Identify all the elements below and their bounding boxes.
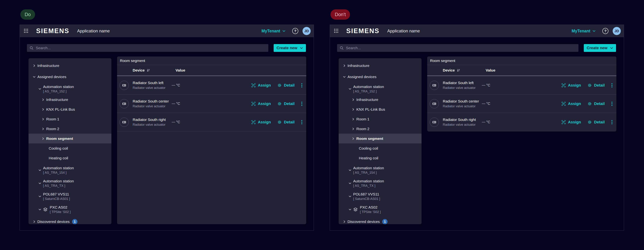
tree-item-knx-pl-link-bus[interactable]: KNX PL-Link Bus <box>28 104 112 114</box>
tree-item-automation-station[interactable]: Automation station[ AS_TRA_152 ] <box>28 83 112 95</box>
chevron-down-icon <box>38 208 41 211</box>
tree-item-assigned-devices[interactable]: Assigned devices <box>28 72 112 82</box>
kebab-menu-button[interactable] <box>301 83 302 88</box>
create-new-button[interactable]: Create new <box>274 44 306 52</box>
brand-logo: SIEMENS <box>346 27 380 35</box>
tree-item-label: Automation station <box>43 85 74 89</box>
chevron-down-icon <box>348 182 352 185</box>
tree-item-label: Room 2 <box>46 127 59 131</box>
tree-item-room-2[interactable]: Room 2 <box>339 124 422 134</box>
tree-item-room-1[interactable]: Room 1 <box>28 114 112 124</box>
assign-button[interactable]: Assign <box>251 83 271 88</box>
tenant-menu[interactable]: MyTenant <box>262 29 286 34</box>
app-launcher-icon[interactable] <box>24 28 29 34</box>
tree-item-discovered-devices[interactable]: Discovered devices1 <box>339 217 422 224</box>
content-panel: Room segment Device Value Radiator South… <box>427 56 616 131</box>
tree-item-room-2[interactable]: Room 2 <box>28 124 112 134</box>
detail-button[interactable]: Detail <box>587 120 605 124</box>
tree-item-room-segment[interactable]: Room segment <box>28 134 112 144</box>
device-row: Radiator South rightRadiator valve actua… <box>117 113 306 131</box>
assign-button[interactable]: Assign <box>561 102 581 106</box>
kebab-menu-button[interactable] <box>612 102 612 106</box>
kebab-menu-button[interactable] <box>301 120 302 124</box>
tree-item-pol687-vvs11[interactable]: POL687 VVS11[ SaturnCB-AS01 ] <box>28 190 112 202</box>
tree-item-assigned-devices[interactable]: Assigned devices <box>339 72 422 82</box>
tree-item-automation-station[interactable]: Automation station[ AS_TRA_154 ] <box>339 164 422 176</box>
assign-button[interactable]: Assign <box>561 120 581 124</box>
device-type: Radiator valve actuator <box>133 123 172 126</box>
tree-item-room-1[interactable]: Room 1 <box>339 114 422 124</box>
column-header-value: Value <box>176 68 185 72</box>
user-avatar[interactable]: JD <box>613 27 621 35</box>
tree-item-label: Infrastructure <box>46 98 68 102</box>
tree-item-infrastructure[interactable]: Infrastructure <box>339 61 422 70</box>
kebab-menu-button[interactable] <box>301 102 302 106</box>
tree-item-cooling-coil[interactable]: Cooling coil <box>339 144 422 153</box>
detail-button[interactable]: Detail <box>587 102 605 106</box>
chevron-down-icon <box>38 182 41 185</box>
detail-button-label: Detail <box>594 102 605 106</box>
tree-item-label: Heating coil <box>359 156 378 160</box>
detail-button[interactable]: Detail <box>277 83 294 88</box>
tenant-label: MyTenant <box>572 29 590 34</box>
chevron-right-icon <box>42 137 44 140</box>
assign-button[interactable]: Assign <box>561 83 581 88</box>
table-header: Device Value <box>427 65 616 76</box>
column-header-value: Value <box>486 68 496 72</box>
chevron-right-icon <box>42 128 44 130</box>
tree-item-heating-coil[interactable]: Heating coil <box>339 153 422 163</box>
device-name: Radiator South left <box>133 81 172 85</box>
tree-item-discovered-devices[interactable]: Discovered devices1 <box>28 217 112 224</box>
assign-button-label: Assign <box>258 102 271 106</box>
tree-item-label: Cooling coil <box>49 146 68 150</box>
tree-item-heating-coil[interactable]: Heating coil <box>28 153 112 163</box>
tree-item-automation-station[interactable]: Automation station[ AS_TRA_152 ] <box>339 83 422 95</box>
sort-icon <box>146 68 150 72</box>
tree-item-pxc-as02[interactable]: PXC AS02[ TPSite ‘S02 ] <box>339 204 422 215</box>
tree-item-label: PXC AS02 <box>50 205 71 210</box>
qr-code-icon <box>561 120 566 124</box>
tree-item-infrastructure[interactable]: Infrastructure <box>28 61 112 70</box>
layers-icon <box>43 207 48 212</box>
tree-item-infrastructure[interactable]: Infrastructure <box>339 95 422 104</box>
question-icon: ? <box>294 29 296 33</box>
assign-button[interactable]: Assign <box>251 102 271 106</box>
qr-code-icon <box>251 102 256 106</box>
search-input[interactable] <box>36 46 266 50</box>
kebab-menu-button[interactable] <box>612 83 612 88</box>
detail-button-label: Detail <box>284 102 294 106</box>
tree-item-pxc-as02[interactable]: PXC AS02[ TPSite ‘S02 ] <box>28 204 112 215</box>
help-button[interactable]: ? <box>602 28 608 34</box>
tree-item-knx-pl-link-bus[interactable]: KNX PL-Link Bus <box>339 104 422 114</box>
count-badge: 1 <box>382 219 388 224</box>
tree-item-label: POL687 VVS11 <box>43 192 70 196</box>
tree-item-label: Automation station <box>353 166 384 170</box>
detail-button[interactable]: Detail <box>277 120 294 124</box>
tree-item-sublabel: [ SaturnCB-AS01 ] <box>43 197 70 201</box>
device-tree: InfrastructureAssigned devicesAutomation… <box>339 58 422 224</box>
create-new-button[interactable]: Create new <box>584 44 616 52</box>
tree-item-label: Assigned devices <box>37 75 66 79</box>
tree-item-pol687-vvs11[interactable]: POL687 VVS11[ SaturnCB-AS01 ] <box>339 190 422 202</box>
kebab-menu-button[interactable] <box>612 120 612 124</box>
toolbar: Create new <box>337 44 616 52</box>
device-type: Radiator valve actuator <box>133 104 172 108</box>
gear-icon <box>277 83 282 88</box>
column-header-device[interactable]: Device <box>443 68 486 72</box>
tree-item-room-segment[interactable]: Room segment <box>339 134 422 144</box>
column-header-device[interactable]: Device <box>133 68 176 72</box>
assign-button[interactable]: Assign <box>251 120 271 124</box>
app-launcher-icon[interactable] <box>334 28 339 34</box>
detail-button[interactable]: Detail <box>587 83 605 88</box>
tree-item-automation-station[interactable]: Automation station[ AS_TRA_TX ] <box>339 178 422 189</box>
app-header: SIEMENS Application name MyTenant ? JD <box>20 25 314 37</box>
tree-item-automation-station[interactable]: Automation station[ AS_TRA_154 ] <box>28 164 112 176</box>
tenant-menu[interactable]: MyTenant <box>572 29 596 34</box>
tree-item-infrastructure[interactable]: Infrastructure <box>28 95 112 104</box>
detail-button[interactable]: Detail <box>277 102 294 106</box>
tree-item-automation-station[interactable]: Automation station[ AS_TRA_TX ] <box>28 178 112 189</box>
search-input[interactable] <box>346 46 576 50</box>
help-button[interactable]: ? <box>292 28 298 34</box>
user-avatar[interactable]: JD <box>302 27 311 35</box>
tree-item-cooling-coil[interactable]: Cooling coil <box>28 144 112 153</box>
